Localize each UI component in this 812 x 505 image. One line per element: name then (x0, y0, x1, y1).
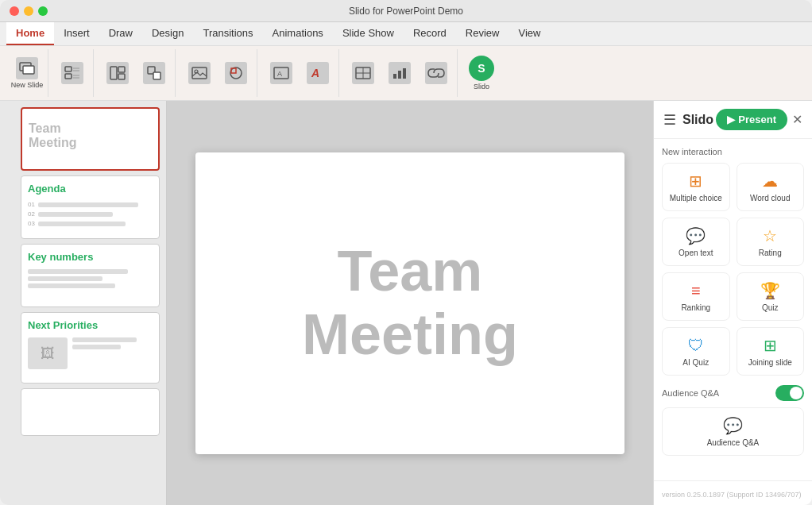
slide-thumb-1[interactable]: TeamMeeting (21, 107, 160, 171)
slide-4-title: Next Priorities (28, 319, 153, 331)
ribbon-group-insert (179, 49, 257, 97)
wordart-icon: A (307, 62, 329, 84)
slide-thumb-5[interactable] (21, 388, 160, 436)
open-text-icon: 💬 (686, 226, 706, 245)
audience-qa-item-label: Audience Q&A (707, 438, 760, 447)
slide-thumb-3[interactable]: Key numbers (21, 244, 160, 307)
tab-slideshow[interactable]: Slide Show (333, 22, 404, 45)
new-slide-button[interactable]: New Slide (10, 51, 44, 95)
interaction-word-cloud[interactable]: ☁ Word cloud (737, 163, 805, 211)
audience-qa-toggle[interactable] (775, 385, 804, 401)
slide-panel: 1 TeamMeeting 2 Agenda 01 02 03 (0, 101, 167, 505)
tab-record[interactable]: Record (404, 22, 456, 45)
svg-rect-1 (23, 66, 34, 74)
svg-text:A: A (311, 67, 319, 79)
wordart-btn[interactable]: A (300, 51, 335, 95)
slido-menu-icon[interactable]: ☰ (663, 111, 676, 129)
quiz-icon: 🏆 (760, 281, 780, 300)
ribbon-tab-bar: Home Insert Draw Design Transitions Anim… (0, 22, 812, 46)
svg-rect-25 (403, 68, 406, 79)
arrange-btn[interactable] (137, 51, 172, 95)
multiple-choice-label: Multiple choice (670, 194, 722, 202)
arrange-icon (143, 62, 165, 84)
tab-insert[interactable]: Insert (54, 22, 99, 45)
maximize-button[interactable] (38, 6, 48, 16)
present-button[interactable]: ▶ Present (716, 109, 787, 130)
tab-transitions[interactable]: Transitions (193, 22, 262, 45)
tab-view[interactable]: View (508, 22, 550, 45)
tab-home[interactable]: Home (6, 22, 54, 45)
interaction-ranking[interactable]: ≡ Ranking (662, 272, 730, 321)
minimize-button[interactable] (24, 6, 33, 16)
rating-icon: ☆ (763, 226, 777, 245)
titlebar: Slido for PowerPoint Demo (0, 0, 812, 22)
slido-close-button[interactable]: ✕ (792, 112, 802, 127)
quiz-label: Quiz (762, 303, 779, 312)
slido-ribbon-button[interactable]: S Slido (464, 51, 499, 95)
tab-design[interactable]: Design (142, 22, 193, 45)
slide-1-title: TeamMeeting (29, 121, 152, 150)
textbox-icon: A (270, 62, 292, 84)
slido-panel-title: Slido (682, 113, 713, 127)
svg-rect-12 (153, 72, 160, 79)
picture-btn[interactable] (182, 51, 217, 95)
slide-2-title: Agenda (28, 183, 153, 195)
word-cloud-icon: ☁ (762, 172, 778, 191)
svg-rect-8 (110, 67, 117, 79)
slido-body: New interaction ⊞ Multiple choice ☁ Word… (654, 139, 812, 480)
chart-btn[interactable] (382, 51, 417, 95)
textbox-btn[interactable]: A (264, 51, 299, 95)
ribbon-group-slide: New Slide (6, 49, 48, 97)
shapes-btn[interactable] (218, 51, 253, 95)
slido-footer: version 0.25.0.1897 (Support ID 13496/70… (654, 480, 812, 505)
svg-rect-2 (65, 67, 72, 71)
present-icon: ▶ (727, 114, 735, 125)
picture-icon (188, 62, 211, 84)
svg-rect-9 (118, 67, 125, 72)
audience-qa-item[interactable]: 💬 Audience Q&A (662, 407, 804, 456)
svg-rect-23 (393, 74, 396, 79)
ai-quiz-icon: 🛡 (688, 337, 704, 355)
interaction-joining-slide[interactable]: ⊞ Joining slide (737, 327, 805, 376)
footer-version-text: version 0.25.0.1897 (Support ID 13496/70… (662, 491, 802, 499)
tab-animations[interactable]: Animations (263, 22, 333, 45)
interaction-open-text[interactable]: 💬 Open text (662, 218, 730, 266)
ribbon-group-format (52, 49, 94, 97)
layout-icon (106, 62, 129, 84)
interaction-quiz[interactable]: 🏆 Quiz (737, 272, 805, 321)
interaction-grid: ⊞ Multiple choice ☁ Word cloud 💬 Open te… (662, 163, 804, 376)
slide-thumb-2[interactable]: Agenda 01 02 03 (21, 175, 160, 239)
slide-thumb-4[interactable]: Next Priorities 🖼 (21, 312, 160, 384)
slido-panel: ☰ Slido ▶ Present ✕ New interaction ⊞ M (653, 101, 812, 505)
window-controls (10, 6, 48, 16)
ranking-icon: ≡ (691, 282, 701, 300)
svg-rect-10 (118, 74, 125, 79)
audience-qa-row-label: Audience Q&A (662, 388, 719, 398)
joining-slide-label: Joining slide (748, 358, 792, 367)
close-button[interactable] (10, 6, 19, 16)
shapes-icon (225, 62, 247, 84)
interaction-multiple-choice[interactable]: ⊞ Multiple choice (662, 163, 730, 211)
ribbon-group-slido: S Slido (461, 49, 502, 97)
interaction-ai-quiz[interactable]: 🛡 AI Quiz (662, 327, 730, 376)
tab-draw[interactable]: Draw (99, 22, 142, 45)
ribbon-group-text: A A (261, 49, 339, 97)
new-slide-icon (16, 57, 38, 79)
audience-qa-icon: 💬 (723, 416, 743, 435)
table-btn[interactable] (346, 51, 381, 95)
format-btn-1[interactable] (55, 51, 90, 95)
tab-review[interactable]: Review (456, 22, 509, 45)
format-icon-1 (61, 62, 83, 84)
slide-3-title: Key numbers (28, 251, 153, 263)
app-window: Slido for PowerPoint Demo Home Insert Dr… (0, 0, 812, 505)
window-title: Slido for PowerPoint Demo (349, 6, 463, 17)
ranking-label: Ranking (681, 303, 710, 312)
layout-btn[interactable] (100, 51, 135, 95)
ribbon-group-more (342, 49, 458, 97)
open-text-label: Open text (679, 249, 713, 257)
link-btn[interactable] (419, 51, 454, 95)
interaction-rating[interactable]: ☆ Rating (737, 218, 805, 266)
main-area: 1 TeamMeeting 2 Agenda 01 02 03 (0, 101, 812, 505)
slide-main: Team Meeting (195, 152, 624, 454)
slide-4-image: 🖼 (28, 337, 68, 369)
